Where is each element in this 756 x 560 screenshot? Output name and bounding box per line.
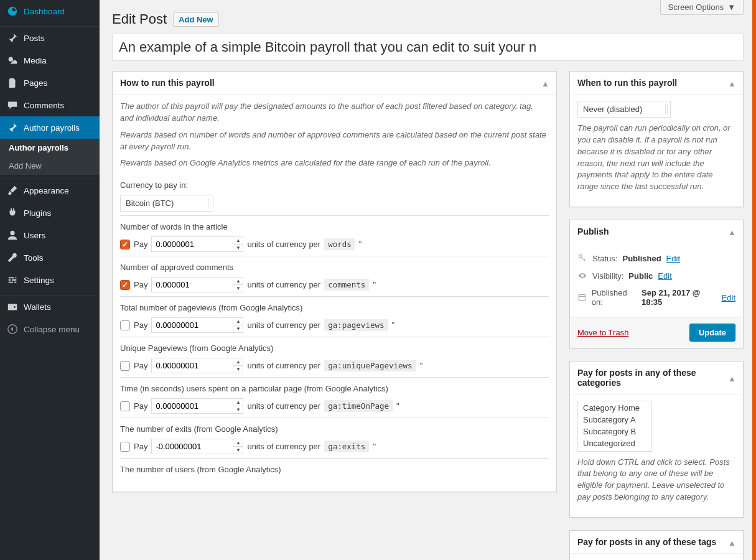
pay-field-label: Time (in seconds) users spent on a parti… [120, 384, 549, 393]
when-postbox: When to run this payroll ▲ Never (disabl… [569, 71, 744, 207]
menu-tools[interactable]: Tools [0, 246, 100, 269]
page-scrollbar[interactable] [752, 0, 756, 560]
menu-author-payrolls[interactable]: Author payrolls [0, 116, 100, 139]
pay-amount-input[interactable] [152, 278, 233, 292]
category-option[interactable]: Uncategorized [579, 438, 650, 450]
pay-checkbox[interactable] [120, 240, 130, 250]
pay-field-block: Time (in seconds) users spent on a parti… [120, 377, 549, 418]
number-spinner[interactable]: ▲▼ [233, 318, 243, 332]
pay-amount-input[interactable] [152, 439, 233, 454]
metric-code: ga:pageviews [324, 319, 388, 331]
number-spinner[interactable]: ▲▼ [233, 358, 243, 373]
metric-code: ga:exits [324, 441, 369, 452]
quote-mark: " [392, 320, 395, 330]
pay-checkbox[interactable] [120, 320, 130, 330]
plug-icon [6, 207, 19, 219]
pay-field-block: Number of approved commentsPay▲▼units of… [120, 256, 549, 296]
menu-dashboard[interactable]: Dashboard [0, 0, 100, 22]
menu-appearance[interactable]: Appearance [0, 179, 100, 202]
menu-comments[interactable]: Comments [0, 94, 100, 116]
menu-plugins[interactable]: Plugins [0, 202, 100, 224]
toggle-panel-icon[interactable]: ▲ [541, 79, 549, 86]
pay-field-label: Total number of pageviews (from Google A… [120, 303, 549, 312]
pay-row: Pay▲▼units of currency perga:pageviews" [120, 317, 549, 333]
post-title-input[interactable] [112, 34, 744, 61]
pay-amount-input-wrap: ▲▼ [151, 317, 243, 333]
pay-row: Pay▲▼units of currency percomments" [120, 277, 549, 292]
toggle-panel-icon[interactable]: ▲ [728, 79, 735, 86]
comments-icon [6, 99, 19, 111]
menu-pages[interactable]: Pages [0, 72, 100, 94]
move-to-trash-link[interactable]: Move to Trash [577, 328, 628, 337]
pay-row: Pay▲▼units of currency perga:uniquePagev… [120, 358, 549, 373]
menu-posts[interactable]: Posts [0, 27, 100, 49]
edit-status-link[interactable]: Edit [666, 254, 680, 263]
menu-label: Media [24, 56, 47, 65]
menu-label: Dashboard [24, 7, 65, 16]
submenu-author-payrolls: Author payrolls Add New [0, 139, 100, 175]
number-spinner[interactable]: ▲▼ [233, 237, 243, 251]
collapse-menu[interactable]: Collapse menu [0, 318, 100, 340]
screen-options-toggle[interactable]: Screen Options ▼ [660, 0, 744, 15]
units-label: units of currency per [247, 240, 320, 249]
edit-visibility-link[interactable]: Edit [658, 271, 671, 281]
wallet-icon [6, 301, 19, 313]
pay-checkbox[interactable] [120, 361, 130, 371]
svg-point-3 [14, 306, 16, 308]
menu-wallets[interactable]: Wallets [0, 296, 100, 318]
submenu-item-author-payrolls[interactable]: Author payrolls [0, 139, 100, 157]
menu-media[interactable]: Media [0, 49, 100, 72]
brush-icon [6, 184, 19, 197]
pay-row: Pay▲▼units of currency perga:timeOnPage" [120, 398, 549, 414]
pay-amount-input[interactable] [152, 318, 233, 332]
toggle-panel-icon[interactable]: ▲ [728, 374, 735, 381]
update-button[interactable]: Update [689, 324, 735, 342]
category-option[interactable]: Subcategory A [579, 414, 650, 426]
pay-field-label: Number of approved comments [120, 263, 549, 272]
number-spinner[interactable]: ▲▼ [233, 439, 243, 454]
menu-label: Posts [24, 34, 45, 43]
when-select[interactable]: Never (disabled) [577, 101, 671, 118]
metric-code: comments [324, 279, 369, 291]
pay-field-label: The number of users (from Google Analyti… [120, 465, 549, 474]
menu-settings[interactable]: Settings [0, 269, 100, 291]
admin-sidebar: Dashboard Posts Media Pages Comments Aut… [0, 0, 100, 560]
pay-checkbox[interactable] [120, 401, 130, 411]
metric-code: words [324, 238, 355, 250]
currency-select[interactable]: Bitcoin (BTC) [120, 195, 213, 212]
pay-amount-input[interactable] [152, 399, 233, 413]
toggle-panel-icon[interactable]: ▲ [728, 538, 735, 546]
sliders-icon [6, 274, 19, 286]
edit-date-link[interactable]: Edit [722, 293, 735, 302]
main-content: Screen Options ▼ Edit Post Add New How t… [100, 0, 756, 560]
quote-mark: " [373, 280, 376, 289]
units-label: units of currency per [247, 320, 320, 330]
pay-amount-input[interactable] [152, 237, 233, 251]
publish-heading: Publish [577, 226, 609, 236]
collapse-icon [6, 323, 19, 335]
quote-mark: " [396, 401, 399, 411]
pages-icon [6, 77, 19, 89]
pay-checkbox[interactable] [120, 442, 130, 452]
number-spinner[interactable]: ▲▼ [233, 399, 243, 413]
toggle-panel-icon[interactable]: ▲ [728, 228, 735, 235]
units-label: units of currency per [247, 442, 320, 451]
number-spinner[interactable]: ▲▼ [233, 278, 243, 292]
pay-field-block: The number of users (from Google Analyti… [120, 458, 549, 483]
add-new-button[interactable]: Add New [173, 12, 219, 27]
pay-row: Pay▲▼units of currency perga:exits" [120, 439, 549, 454]
categories-multiselect[interactable]: Category HomeSubcategory ASubcategory BU… [577, 401, 652, 452]
pay-checkbox[interactable] [120, 280, 130, 290]
page-title-text: Edit Post [112, 11, 167, 27]
submenu-item-add-new[interactable]: Add New [0, 157, 100, 175]
menu-label: Users [24, 231, 45, 240]
dashboard-icon [6, 5, 19, 17]
category-option[interactable]: Subcategory B [579, 426, 650, 438]
wrench-icon [6, 251, 19, 264]
category-option[interactable]: Category Home [579, 403, 650, 414]
pay-amount-input[interactable] [152, 358, 233, 373]
menu-users[interactable]: Users [0, 224, 100, 246]
tags-heading: Pay for posts in any of these tags [577, 537, 716, 547]
units-label: units of currency per [247, 361, 320, 370]
pin-icon [6, 121, 19, 134]
